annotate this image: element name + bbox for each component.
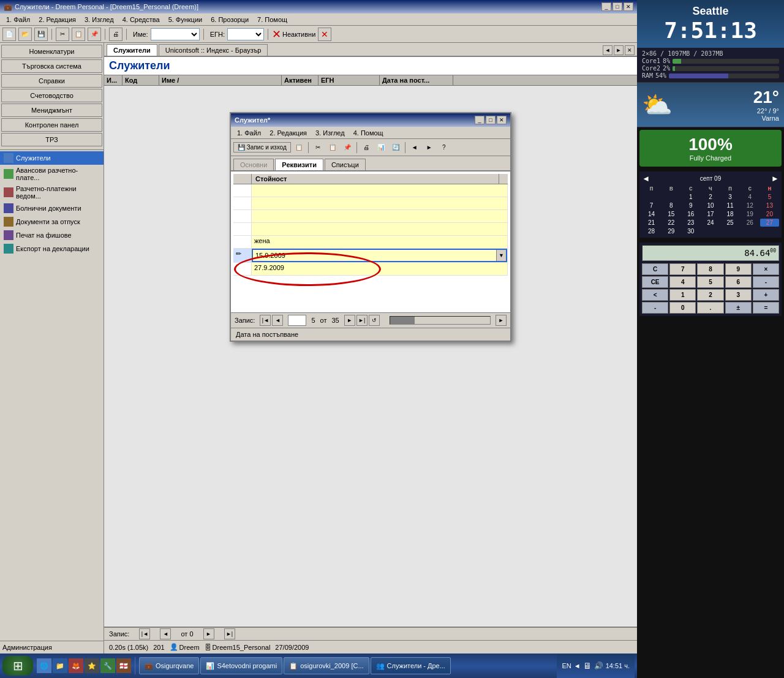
cal-day-9[interactable]: 9 — [681, 202, 700, 209]
horizontal-scrollbar[interactable] — [390, 316, 491, 325]
sidebar-btn-control[interactable]: Контролен панел — [1, 118, 102, 132]
taskbar-item-osigurqvane[interactable]: 💼 Osigurqvane — [139, 657, 199, 674]
cal-day-29[interactable]: 29 — [662, 227, 680, 235]
nav-next-button[interactable]: ► — [344, 315, 355, 326]
modal-menu-edit[interactable]: 2. Редакция — [266, 128, 311, 138]
calc-btn-4[interactable]: 4 — [669, 276, 696, 288]
sidebar-item-vacation[interactable]: Документи за отпуск — [0, 215, 104, 228]
taskbar-item-sluzhiteli[interactable]: 👥 Служители - Дре... — [371, 657, 451, 674]
minimize-button[interactable]: _ — [601, 2, 611, 11]
modal-menu-help[interactable]: 4. Помощ — [350, 128, 387, 138]
scrollbar-thumb[interactable] — [390, 317, 415, 324]
cal-next-button[interactable]: ► — [771, 174, 779, 183]
menu-tools[interactable]: 4. Средства — [119, 15, 164, 24]
sidebar-btn-trade[interactable]: Търговска система — [1, 59, 102, 73]
cal-day-17[interactable]: 17 — [701, 210, 720, 218]
nav-first-button[interactable]: |◄ — [260, 315, 271, 326]
calc-btn-ce[interactable]: CE — [642, 276, 668, 288]
toolbar-print[interactable]: 🖨 — [109, 28, 123, 41]
quicklaunch-3[interactable]: 🦊 — [69, 658, 83, 673]
toolbar-new[interactable]: 📄 — [2, 28, 16, 41]
row-value-1[interactable] — [252, 184, 508, 197]
cal-day-4[interactable]: 4 — [741, 193, 760, 201]
tab-close-button[interactable]: ✕ — [625, 45, 635, 55]
calc-btn-6[interactable]: 6 — [725, 276, 752, 288]
row-value-4[interactable] — [252, 223, 508, 235]
sidebar-btn-management[interactable]: Мениджмънт — [1, 104, 102, 117]
record-number-input[interactable] — [288, 315, 306, 326]
menu-functions[interactable]: 5. Функции — [165, 15, 206, 24]
cal-day-23[interactable]: 23 — [681, 219, 700, 227]
cal-day-18[interactable]: 18 — [721, 210, 740, 218]
cal-day-19[interactable]: 19 — [741, 210, 760, 218]
cal-day-25[interactable]: 25 — [721, 219, 740, 227]
calc-btn-7[interactable]: 7 — [669, 263, 696, 275]
calc-btn-sub[interactable]: - — [753, 276, 779, 288]
toolbar-open[interactable]: 📂 — [18, 28, 32, 41]
date-dropdown-button[interactable]: ▼ — [496, 250, 506, 261]
quicklaunch-2[interactable]: 📁 — [53, 658, 67, 673]
cal-day-26[interactable]: 26 — [741, 219, 760, 227]
cal-day-13[interactable]: 13 — [760, 202, 779, 209]
menu-edit[interactable]: 2. Редакция — [35, 15, 80, 24]
calc-btn-0[interactable]: 0 — [669, 302, 696, 314]
menu-view[interactable]: 3. Изглед — [81, 15, 118, 24]
cal-prev-button[interactable]: ◄ — [642, 174, 650, 183]
save-exit-button[interactable]: 💾 Запис и изход — [233, 142, 291, 153]
menu-windows[interactable]: 6. Прозорци — [207, 15, 252, 24]
quicklaunch-1[interactable]: 🌐 — [37, 658, 51, 673]
cal-day-16[interactable]: 16 — [681, 210, 700, 218]
start-button[interactable]: ⊞ — [2, 656, 33, 676]
sidebar-btn-reports[interactable]: Справки — [1, 74, 102, 88]
taskbar-item-s4etovodni[interactable]: 📊 S4etovodni progami — [200, 657, 282, 674]
quicklaunch-5[interactable]: 🔧 — [100, 658, 115, 673]
cal-day-8[interactable]: 8 — [662, 202, 680, 209]
modal-toolbar-btn7[interactable]: 🔄 — [389, 141, 402, 154]
date-dropdown[interactable]: 15.9.2009 ▼ — [252, 249, 507, 262]
row-value-date2[interactable]: 27.9.2009 — [252, 263, 508, 275]
cal-day-30[interactable]: 30 — [681, 227, 700, 235]
row-value-gender[interactable]: жена — [252, 236, 508, 248]
modal-toolbar-btn5[interactable]: 🖨 — [360, 141, 373, 154]
modal-toolbar-nav-prev[interactable]: ◄ — [408, 141, 421, 154]
toolbar-paste[interactable]: 📌 — [88, 28, 101, 41]
modal-maximize[interactable]: □ — [486, 116, 496, 124]
menu-file[interactable]: 1. Файл — [2, 15, 34, 24]
calc-btn-1[interactable]: 1 — [669, 289, 696, 301]
nav-refresh-button[interactable]: ↺ — [369, 315, 380, 326]
tab-employees[interactable]: Служители — [107, 44, 157, 56]
cal-day-1[interactable]: 1 — [681, 193, 700, 201]
cal-day-15[interactable]: 15 — [662, 210, 680, 218]
calc-btn-8[interactable]: 8 — [697, 263, 723, 275]
sidebar-item-advance[interactable]: Авансови разчетно-плате... — [0, 165, 104, 183]
calc-btn-dot[interactable]: . — [697, 302, 723, 314]
tab-browser[interactable]: Unicontsoft :: Индекс - Браузър — [159, 44, 268, 56]
modal-minimize[interactable]: _ — [475, 116, 484, 124]
cal-day-22[interactable]: 22 — [662, 219, 680, 227]
bottom-nav-next[interactable]: ► — [203, 628, 214, 639]
modal-toolbar-help[interactable]: ? — [437, 141, 451, 154]
calc-btn-mul[interactable]: × — [753, 263, 779, 275]
cal-day-21[interactable]: 21 — [642, 219, 661, 227]
cal-day-14[interactable]: 14 — [642, 210, 661, 218]
sidebar-item-sick[interactable]: Болнични документи — [0, 202, 104, 215]
sidebar-btn-nomenclature[interactable]: Номенклатури — [1, 45, 102, 58]
tab-prev-button[interactable]: ◄ — [603, 45, 612, 55]
calc-btn-3[interactable]: 3 — [725, 289, 752, 301]
cal-day-20[interactable]: 20 — [760, 210, 779, 218]
date-cell[interactable]: 15.9.2009 ▼ — [252, 249, 508, 262]
cal-day-7[interactable]: 7 — [642, 202, 661, 209]
modal-menu-view[interactable]: 3. Изглед — [312, 128, 349, 138]
modal-toolbar-nav-next[interactable]: ► — [423, 141, 436, 154]
modal-tab-requisites[interactable]: Реквизити — [275, 159, 323, 170]
nav-last-button[interactable]: ►| — [356, 315, 368, 326]
toolbar-save[interactable]: 💾 — [34, 28, 48, 41]
scrollbar-right-button[interactable]: ► — [496, 315, 507, 326]
calc-btn-neg[interactable]: - — [642, 302, 668, 314]
calc-btn-9[interactable]: 9 — [725, 263, 752, 275]
toolbar-close-filter[interactable]: ✕ — [318, 28, 331, 41]
quicklaunch-4[interactable]: ⭐ — [85, 658, 99, 673]
calc-btn-5[interactable]: 5 — [697, 276, 723, 288]
date-input[interactable]: 15.9.2009 — [253, 250, 496, 260]
name-combo[interactable] — [151, 28, 200, 40]
